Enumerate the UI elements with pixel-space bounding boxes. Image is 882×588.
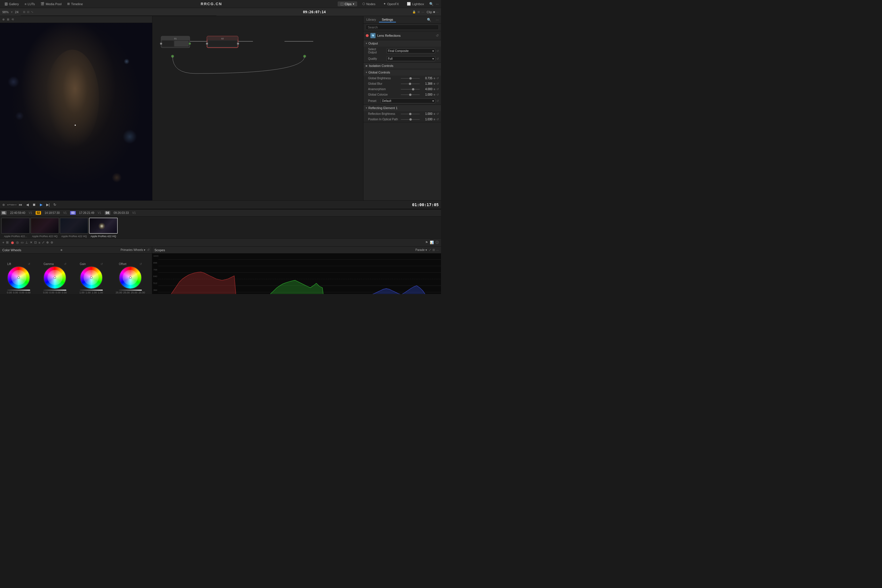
global-colorize-keyframe[interactable]	[434, 94, 435, 96]
stop-btn[interactable]: ⏹	[31, 201, 38, 208]
color-tool-grid-icon[interactable]: ⊞	[6, 241, 9, 244]
clip-mode-btn[interactable]: Clip ···	[427, 10, 439, 14]
select-output-reset-icon[interactable]: ↺	[436, 50, 439, 52]
color-tool-5-icon[interactable]: ▭	[21, 241, 24, 244]
search-input[interactable]	[366, 25, 439, 30]
output-section-header[interactable]: ▾ Output	[363, 40, 441, 46]
color-tool-4-icon[interactable]: ◎	[16, 241, 19, 244]
skip-fwd-btn[interactable]: ↻	[51, 201, 58, 208]
reflection-brightness-reset-icon[interactable]: ↺	[436, 112, 439, 116]
gamma-color-wheel[interactable]	[44, 266, 66, 289]
preset-dropdown[interactable]: Default ▾	[381, 99, 435, 104]
reset-all-icon[interactable]: ↺	[147, 248, 150, 252]
clip-thumb-04[interactable]	[89, 218, 118, 234]
offset-color-wheel[interactable]	[119, 266, 142, 289]
timeline-btn[interactable]: ⊞ Timeline	[65, 2, 85, 6]
openfx-tab[interactable]: ✦ OpenFX	[380, 2, 402, 6]
color-tool-6-icon[interactable]: ⊥	[25, 241, 28, 244]
clip-thumb-01[interactable]	[1, 218, 30, 234]
color-tool-10-icon[interactable]: ⤢	[42, 241, 45, 244]
nodes-tab[interactable]: ⬡ Nodes	[360, 2, 378, 6]
lift-reset-icon[interactable]: ↺	[28, 262, 30, 266]
color-tool-chart-icon[interactable]: 📊	[430, 241, 434, 244]
color-tool-info-icon[interactable]: ⓘ	[435, 240, 439, 244]
right-search-icon[interactable]: 🔍	[424, 18, 434, 22]
gallery-btn[interactable]: 🖼 Gallery	[2, 2, 21, 6]
gain-reset-icon[interactable]: ↺	[100, 262, 103, 266]
scopes-grid-icon[interactable]: ⊞	[432, 248, 435, 252]
clip-thumb-02[interactable]	[30, 218, 59, 234]
scopes-expand-icon[interactable]: ⤢	[429, 248, 431, 252]
right-more-icon[interactable]: ···	[434, 18, 441, 22]
isolation-section-header[interactable]: ▶ Isolation Controls	[363, 63, 441, 69]
global-colorize-slider[interactable]	[401, 94, 420, 95]
global-blur-reset-icon[interactable]: ↺	[436, 82, 439, 85]
global-section-header[interactable]: ▾ Global Controls	[363, 69, 441, 75]
quality-reset-icon[interactable]: ↺	[436, 57, 439, 60]
color-tool-11-icon[interactable]: ⊕	[46, 241, 49, 244]
preset-reset-icon[interactable]: ↺	[436, 99, 439, 102]
quality-dropdown[interactable]: Full ▾	[387, 56, 435, 61]
clips-tab[interactable]: ⬚ Clips ▾	[338, 2, 357, 6]
gamma-slider[interactable]	[44, 290, 66, 291]
parade-mode-btn[interactable]: Parade ▾	[416, 248, 427, 252]
anamorphism-slider[interactable]	[401, 89, 420, 90]
lift-slider[interactable]	[7, 290, 30, 291]
viewer-tool-3[interactable]: ⟲	[12, 18, 14, 21]
color-tools-icon[interactable]: ⊕	[2, 203, 5, 207]
undo-icon[interactable]: ↩	[7, 203, 10, 207]
library-tab[interactable]: Library	[363, 17, 379, 22]
global-blur-keyframe[interactable]	[434, 83, 435, 85]
lift-color-wheel[interactable]	[7, 266, 30, 289]
anamorphism-keyframe[interactable]	[434, 88, 435, 90]
plugin-reset-icon[interactable]: ↺	[436, 34, 439, 38]
global-brightness-keyframe[interactable]	[434, 78, 435, 79]
position-optical-slider[interactable]	[401, 119, 420, 120]
color-tool-record-icon[interactable]: ⏺	[10, 240, 14, 245]
loop-back-icon[interactable]: ⟵	[12, 203, 17, 207]
more-options-icon[interactable]: ···	[436, 2, 439, 6]
offset-slider[interactable]	[119, 290, 142, 291]
play-btn[interactable]: ▶	[38, 201, 45, 208]
global-blur-slider[interactable]	[401, 84, 420, 84]
color-tool-flag-icon[interactable]: ⚑	[425, 241, 428, 244]
media-pool-btn[interactable]: 🎬 Media Pool	[38, 2, 64, 6]
clip-thumb-03[interactable]	[60, 218, 88, 234]
luts-btn[interactable]: ≡ LUTs	[22, 2, 37, 6]
global-brightness-reset-icon[interactable]: ↺	[436, 76, 439, 80]
viewer-tool-1[interactable]: ⊕	[2, 18, 4, 21]
viewer-more-icon[interactable]: ···	[422, 10, 424, 14]
select-output-dropdown[interactable]: Final Composite ▾	[387, 48, 435, 53]
color-tool-8-icon[interactable]: ⊡	[34, 241, 37, 244]
color-tool-7-icon[interactable]: ✕	[30, 241, 33, 244]
global-brightness-slider[interactable]	[401, 78, 420, 79]
skip-back-btn[interactable]: ⏮	[17, 201, 24, 208]
primaries-mode-btn[interactable]: Primaries Wheels ▾	[121, 248, 145, 252]
step-fwd-btn[interactable]: ▶|	[45, 201, 51, 208]
scopes-more-icon[interactable]: ···	[436, 248, 439, 252]
offset-reset-icon[interactable]: ↺	[140, 262, 142, 266]
position-optical-keyframe[interactable]	[434, 118, 435, 120]
settings-tab[interactable]: Settings	[379, 17, 396, 22]
redo-icon[interactable]: ↪	[10, 203, 12, 207]
parade-scope-svg	[152, 254, 441, 294]
gamma-reset-icon[interactable]: ↺	[64, 262, 66, 266]
global-colorize-reset-icon[interactable]: ↺	[436, 93, 439, 96]
reflection-brightness-keyframe[interactable]	[434, 113, 435, 115]
search-icon[interactable]: 🔍	[429, 2, 434, 6]
reflection-brightness-value: 1.000	[421, 112, 432, 116]
gain-slider[interactable]	[80, 290, 103, 291]
settings-scroll[interactable]: ▾ Output Select Output Final Composite ▾…	[363, 40, 441, 200]
node-graph[interactable]: 01 02	[153, 16, 363, 200]
gain-color-wheel[interactable]	[80, 266, 103, 289]
step-back-btn[interactable]: ◀	[24, 201, 31, 208]
position-optical-reset-icon[interactable]: ↺	[436, 118, 439, 121]
lightbox-tab[interactable]: ⬜ Lightbox	[404, 2, 427, 6]
reflecting-section-header[interactable]: ▾ Reflecting Element 1	[363, 105, 441, 111]
anamorphism-reset-icon[interactable]: ↺	[436, 88, 439, 91]
color-tool-add-icon[interactable]: +	[2, 241, 4, 244]
color-tool-12-icon[interactable]: ⊚	[51, 241, 53, 244]
viewer-tool-2[interactable]: ⊞	[7, 18, 9, 21]
reflection-brightness-slider[interactable]	[401, 114, 420, 114]
color-tool-9-icon[interactable]: ≡	[39, 241, 40, 244]
